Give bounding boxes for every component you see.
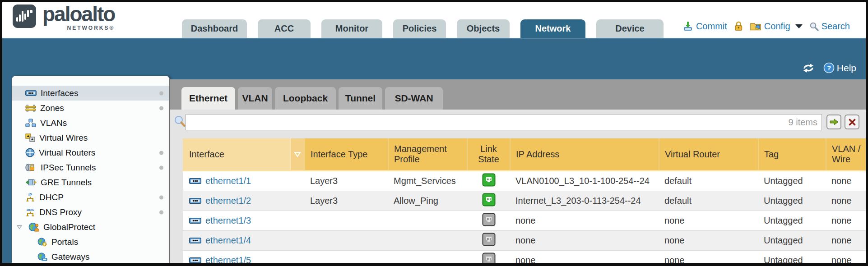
- filter-input[interactable]: [186, 115, 822, 130]
- table-row: ethernet1/2 Layer3 Allow_Ping: [183, 191, 868, 211]
- brand-sub: NETWORKS®: [67, 25, 115, 31]
- ethernet-port-icon: [189, 257, 201, 264]
- expand-arrow-icon: [16, 225, 23, 230]
- cell-vlan-wire: none: [826, 211, 868, 231]
- dns-proxy-icon: DNS: [25, 207, 35, 217]
- column-header-management-profile[interactable]: Management Profile: [388, 138, 467, 171]
- nav-tab-policies[interactable]: Policies: [393, 19, 446, 38]
- search-button[interactable]: Search: [809, 21, 850, 32]
- sidebar-item-label: Virtual Routers: [39, 148, 95, 158]
- nav-tab-dashboard[interactable]: Dashboard: [182, 19, 247, 38]
- apply-filter-button[interactable]: [826, 115, 841, 129]
- sidebar-item-gre-tunnels[interactable]: GRE Tunnels: [12, 175, 169, 190]
- tab-sdwan[interactable]: SD-WAN: [385, 87, 443, 110]
- sidebar-item-virtual-routers[interactable]: Virtual Routers: [12, 145, 169, 160]
- interfaces-icon: [25, 89, 37, 97]
- cell-tag: Untagged: [758, 211, 826, 231]
- ethernet-port-icon: [189, 197, 201, 204]
- svg-text:?: ?: [827, 64, 831, 72]
- config-menu[interactable]: Config: [750, 21, 803, 32]
- table-row: ethernet1/4: [183, 231, 868, 251]
- cell-virtual-router: default: [659, 191, 758, 211]
- ethernet-port-icon: [189, 217, 201, 224]
- chevron-down-icon: [795, 24, 803, 28]
- nav-tab-monitor[interactable]: Monitor: [321, 19, 382, 38]
- table-row: ethernet1/1 Layer3 Mgmt_Services: [183, 171, 868, 191]
- commit-button[interactable]: Commit: [682, 21, 727, 32]
- nav-tab-objects[interactable]: Objects: [457, 19, 510, 38]
- sidebar-item-zones[interactable]: Zones: [12, 101, 169, 115]
- column-header-interface[interactable]: Interface: [183, 138, 305, 171]
- cell-ip-address: Internet_L3_203-0-113-254--24: [510, 191, 659, 211]
- sidebar-item-ipsec-tunnels[interactable]: IPSec Tunnels: [12, 160, 169, 175]
- cell-management-profile: [388, 251, 467, 266]
- interfaces-table: Interface Interface Type Management P: [183, 138, 868, 266]
- sidebar-item-dhcp[interactable]: IP DHCP: [12, 190, 169, 205]
- sidebar-item-label: Interfaces: [41, 88, 78, 98]
- tab-loopback[interactable]: Loopback: [275, 87, 336, 110]
- table-header-row: Interface Interface Type Management P: [183, 138, 868, 171]
- refresh-icon[interactable]: [802, 63, 815, 73]
- sidebar-item-portals[interactable]: Portals: [12, 234, 169, 249]
- content-area: Ethernet VLAN Loopback Tunnel SD-WAN 9 i…: [170, 79, 868, 266]
- sidebar-item-gateways[interactable]: Gateways: [12, 249, 169, 264]
- cell-tag: Untagged: [758, 231, 826, 251]
- sidebar-item-label: Zones: [40, 103, 64, 113]
- sidebar-item-virtual-wires[interactable]: Virtual Wires: [12, 130, 169, 145]
- change-indicator-dot: [159, 195, 163, 199]
- virtual-wires-icon: [25, 133, 35, 142]
- change-indicator-dot: [159, 106, 163, 110]
- sidebar-item-vlans[interactable]: VLANs: [12, 115, 169, 130]
- cell-vlan-wire: none: [826, 191, 868, 211]
- sidebar-item-interfaces[interactable]: Interfaces: [12, 86, 169, 101]
- cell-vlan-wire: none: [826, 171, 868, 191]
- link-state-down-icon: [482, 233, 496, 246]
- change-indicator-dot: [159, 151, 163, 155]
- sort-dropdown-button[interactable]: [290, 138, 304, 170]
- column-header-interface-type[interactable]: Interface Type: [305, 138, 388, 171]
- interface-link[interactable]: ethernet1/2: [189, 196, 299, 206]
- sidebar-item-label: VLANs: [40, 118, 67, 128]
- column-header-virtual-router[interactable]: Virtual Router: [659, 138, 758, 171]
- cell-virtual-router: none: [659, 231, 758, 251]
- cell-vlan-wire: none: [826, 231, 868, 251]
- sidebar-item-label: Virtual Wires: [39, 133, 88, 143]
- interface-link[interactable]: ethernet1/5: [189, 255, 299, 266]
- lock-icon[interactable]: [734, 21, 743, 32]
- tab-ethernet[interactable]: Ethernet: [181, 87, 235, 110]
- interface-link[interactable]: ethernet1/3: [189, 216, 299, 226]
- help-icon: ?: [823, 62, 835, 73]
- link-state-down-icon: [482, 252, 496, 266]
- cell-interface-type: [305, 211, 388, 231]
- virtual-routers-icon: [25, 148, 35, 157]
- column-header-ip-address[interactable]: IP Address: [510, 138, 659, 171]
- tab-vlan[interactable]: VLAN: [238, 87, 272, 110]
- change-indicator-dot: [159, 165, 163, 170]
- nav-tab-device[interactable]: Device: [596, 19, 664, 38]
- sidebar-item-globalprotect[interactable]: GlobalProtect: [12, 220, 169, 234]
- column-header-vlan-wire[interactable]: VLAN / Wire: [826, 138, 868, 171]
- column-header-link-state[interactable]: Link State: [467, 138, 510, 171]
- cell-virtual-router: none: [659, 251, 758, 266]
- sidebar-nav: Interfaces Zones VLANs: [12, 76, 170, 266]
- interface-link[interactable]: ethernet1/4: [189, 235, 299, 246]
- gre-tunnels-icon: [25, 179, 37, 186]
- cell-management-profile: [388, 231, 467, 251]
- interface-type-tabs: Ethernet VLAN Loopback Tunnel SD-WAN: [181, 87, 443, 110]
- app-header: paloalto NETWORKS® Dashboard ACC Monitor…: [0, 0, 868, 38]
- paloalto-logo: paloalto NETWORKS®: [12, 4, 115, 31]
- nav-tab-acc[interactable]: ACC: [258, 19, 311, 38]
- column-header-tag[interactable]: Tag: [758, 138, 826, 171]
- sidebar-item-label: DHCP: [39, 193, 64, 202]
- interface-link[interactable]: ethernet1/1: [189, 176, 299, 186]
- tab-panel: 9 items: [170, 110, 868, 266]
- help-button[interactable]: ? Help: [823, 62, 856, 73]
- sidebar-item-label: Gateways: [51, 252, 89, 262]
- nav-tab-network[interactable]: Network: [520, 19, 585, 38]
- sidebar-item-dns-proxy[interactable]: DNS DNS Proxy: [12, 205, 169, 220]
- clear-filter-button[interactable]: [845, 115, 859, 129]
- vlans-icon: [25, 119, 36, 128]
- change-indicator-dot: [159, 210, 163, 214]
- tab-tunnel[interactable]: Tunnel: [339, 87, 382, 110]
- cell-interface-type: Layer3: [305, 171, 388, 191]
